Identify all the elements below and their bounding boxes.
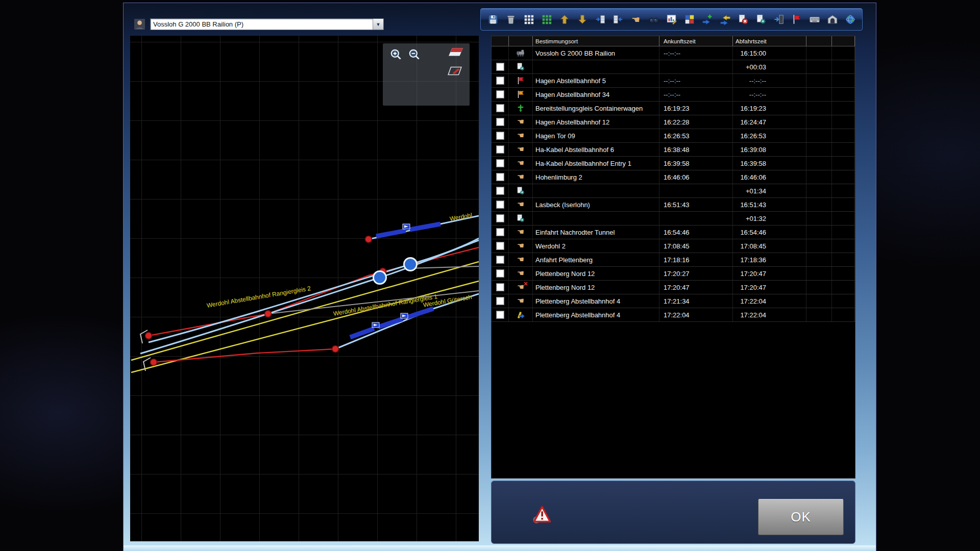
save-icon[interactable]	[486, 13, 500, 27]
departure-cell: 16:46:06	[733, 170, 806, 184]
desktop-background: Vossloh G 2000 BB Railion (P) ▼ ☚	[0, 0, 980, 551]
delete-icon[interactable]	[504, 13, 518, 27]
departure-cell: +00:03	[733, 60, 806, 73]
entry-settings-icon	[515, 186, 526, 196]
table-row[interactable]: Vossloh G 2000 BB Railion--:--:--16:15:0…	[492, 46, 855, 60]
arrival-cell: 17:20:47	[659, 281, 733, 294]
destination-cell: Ha-Kabel Abstellbahnhof Entry 1	[533, 157, 659, 170]
arrival-cell: --:--:--	[659, 74, 733, 87]
table-row[interactable]: ☚Anfahrt Plettenberg17:18:1617:18:36	[492, 253, 855, 267]
row-checkbox[interactable]	[496, 201, 504, 209]
row-checkbox[interactable]	[496, 269, 504, 278]
search-icon[interactable]	[647, 13, 660, 27]
departure-cell: +01:34	[733, 184, 806, 197]
row-checkbox[interactable]	[496, 311, 504, 319]
destination-cell: Vossloh G 2000 BB Railion	[533, 46, 659, 60]
arrival-cell: 16:19:23	[659, 102, 733, 115]
arrival-cell	[659, 212, 733, 225]
table-row[interactable]: ☚Hagen Tor 0916:26:5316:26:53	[492, 129, 855, 143]
row-checkbox[interactable]	[496, 283, 504, 291]
table-row[interactable]: ☚Plettenberg Abstellbahnhof 417:21:3417:…	[492, 294, 855, 308]
row-checkbox[interactable]	[496, 132, 504, 140]
message-panel: OK	[491, 481, 855, 544]
row-checkbox[interactable]	[496, 104, 504, 112]
train-selector[interactable]: Vossloh G 2000 BB Railion (P) ▼	[150, 18, 384, 30]
arrival-cell: 17:20:27	[659, 267, 733, 280]
grid-view-green-icon[interactable]	[540, 13, 553, 27]
table-row[interactable]: ☚Einfahrt Nachrodter Tunnel16:54:4616:54…	[492, 226, 855, 239]
row-checkbox[interactable]	[496, 297, 504, 305]
ok-button[interactable]: OK	[758, 499, 844, 535]
import-icon[interactable]	[772, 13, 786, 27]
arrival-cell: 16:51:43	[659, 198, 733, 211]
destination-cell: Ha-Kabel Abstellbahnhof 6	[533, 143, 659, 156]
row-checkbox[interactable]	[496, 242, 504, 250]
arrival-cell: --:--:--	[659, 88, 733, 101]
departure-cell: 17:08:45	[733, 239, 806, 253]
departure-cell: 17:20:47	[733, 267, 806, 280]
table-row[interactable]: +01:34	[492, 184, 855, 198]
edit-chart-icon[interactable]	[665, 13, 678, 27]
header-destination: Bestimmungsort	[533, 36, 659, 46]
track-map[interactable]: Werdohl Abstellbahnhof Rangiergleis 2 We…	[130, 36, 479, 541]
arrival-cell: 16:54:46	[659, 226, 733, 239]
header-arrival: Ankunftszeit	[659, 36, 733, 46]
combo-dropdown-button[interactable]: ▼	[373, 19, 383, 30]
arrival-cell: 16:38:48	[659, 143, 733, 156]
insert-column-icon[interactable]	[593, 13, 607, 27]
table-row[interactable]: ☚Lasbeck (Iserlohn)16:51:4316:51:43	[492, 198, 855, 212]
move-down-icon[interactable]	[575, 13, 589, 27]
zoom-out-icon[interactable]	[407, 47, 422, 62]
table-row[interactable]: +00:03	[492, 60, 855, 74]
hand-mode-icon[interactable]: ☚	[629, 13, 643, 27]
table-row[interactable]: Hagen Abstellbahnhof 5--:--:----:--:--	[492, 74, 855, 88]
destination-cell: Plettenberg Abstellbahnhof 4	[533, 294, 659, 308]
row-checkbox[interactable]	[496, 159, 504, 167]
table-row[interactable]: ☚Werdohl 217:08:4517:08:45	[492, 239, 855, 253]
arrival-cell: 17:08:45	[659, 239, 733, 253]
signal-view-icon[interactable]	[448, 47, 463, 57]
table-row[interactable]: ☚Ha-Kabel Abstellbahnhof Entry 116:39:58…	[492, 157, 855, 170]
table-row[interactable]: Hagen Abstellbahnhof 34--:--:----:--:--	[492, 88, 855, 102]
insert-waypoint-icon[interactable]	[718, 13, 732, 27]
table-row[interactable]: +01:32	[492, 212, 855, 226]
row-checkbox[interactable]	[496, 187, 504, 195]
hand-icon: ☚	[515, 144, 526, 155]
row-checkbox[interactable]	[496, 173, 504, 181]
destination-cell: Hagen Abstellbahnhof 12	[533, 115, 659, 129]
table-row[interactable]: Plettenberg Abstellbahnhof 417:22:0417:2…	[492, 308, 855, 322]
remove-column-icon[interactable]	[611, 13, 625, 27]
row-checkbox[interactable]	[496, 118, 504, 126]
map-tool-overlay	[383, 43, 470, 106]
table-row[interactable]: ☚Hagen Abstellbahnhof 1216:22:2816:24:47	[492, 115, 855, 129]
table-row[interactable]: ☚Plettenberg Nord 1217:20:2717:20:47	[492, 267, 855, 281]
keyboard-icon[interactable]	[807, 13, 821, 27]
entry-settings-icon[interactable]	[754, 13, 768, 27]
row-checkbox[interactable]	[496, 256, 504, 264]
row-checkbox[interactable]	[496, 145, 504, 154]
add-waypoint-icon[interactable]	[700, 13, 714, 27]
delete-entry-icon[interactable]	[736, 13, 750, 27]
row-checkbox[interactable]	[496, 90, 504, 98]
table-row[interactable]: ☚×Plettenberg Nord 1217:20:4717:20:47	[492, 281, 855, 294]
grid-view-icon[interactable]	[522, 13, 535, 27]
color-grid-icon[interactable]	[682, 13, 696, 27]
arrival-cell: 16:46:06	[659, 170, 733, 184]
row-checkbox[interactable]	[496, 228, 504, 236]
row-checkbox[interactable]	[496, 214, 504, 222]
zoom-in-icon[interactable]	[389, 47, 403, 62]
arrival-cell	[659, 60, 733, 73]
table-row[interactable]: ☚Hohenlimburg 216:46:0616:46:06	[492, 170, 855, 184]
globe-icon[interactable]	[843, 13, 857, 27]
row-checkbox[interactable]	[496, 63, 504, 71]
table-row[interactable]: Bereitstellungsgleis Containerwagen16:19…	[492, 102, 855, 115]
table-row[interactable]: ☚Ha-Kabel Abstellbahnhof 616:38:4816:39:…	[492, 143, 855, 157]
destination-cell: Einfahrt Nachrodter Tunnel	[533, 226, 659, 239]
edit-route-icon[interactable]	[447, 66, 462, 76]
flag-icon[interactable]	[790, 13, 803, 27]
timetable-panel: Bestimmungsort Ankunftszeit Abfahrtszeit…	[491, 36, 855, 479]
move-up-icon[interactable]	[557, 13, 571, 27]
row-checkbox[interactable]	[496, 77, 504, 85]
depot-icon[interactable]	[825, 13, 839, 27]
hand-icon: ☚	[515, 227, 526, 237]
